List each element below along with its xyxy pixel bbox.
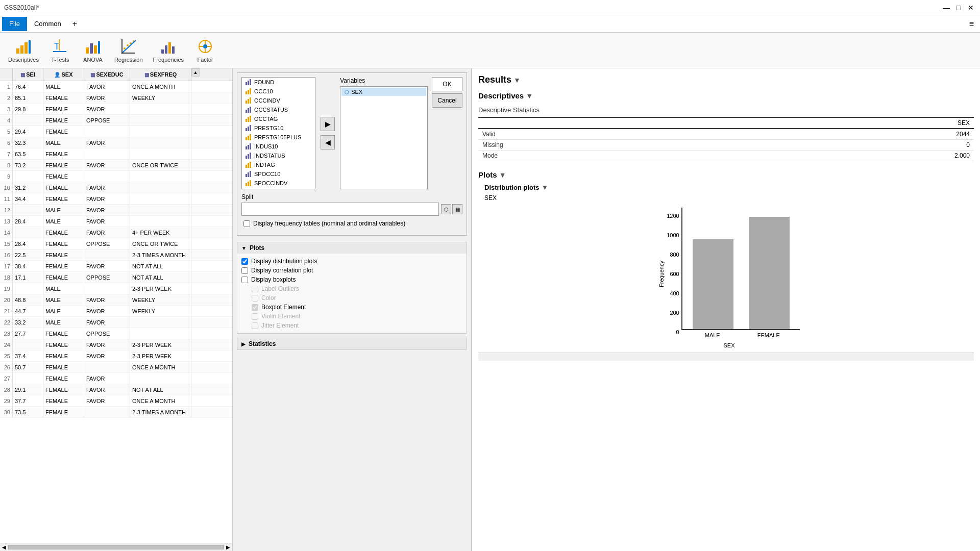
file-menu[interactable]: File: [2, 17, 27, 31]
row-num: 1: [0, 81, 13, 92]
x-labels: MALEFEMALE: [681, 330, 800, 340]
col-header-sei[interactable]: ▦ SEI: [13, 68, 43, 81]
common-menu[interactable]: Common: [28, 17, 67, 31]
violin-element-checkbox[interactable]: [252, 313, 258, 320]
svg-rect-53: [246, 156, 247, 159]
jitter-element-label: Jitter Element: [261, 322, 299, 329]
row-sexeduc: FAVOR: [84, 261, 130, 271]
freq-table-label[interactable]: Display frequency tables (nominal and or…: [253, 220, 405, 227]
var-list-item[interactable]: OCCINDV: [242, 96, 315, 105]
var-list-item[interactable]: SPOCC10: [242, 169, 315, 179]
var-list-item[interactable]: INDUS10: [242, 142, 315, 151]
table-scroll-up[interactable]: ▲: [191, 68, 200, 77]
frequencies-button[interactable]: Frequencies: [149, 35, 188, 66]
var-list-item[interactable]: PRESTG10: [242, 123, 315, 133]
svg-rect-20: [165, 45, 167, 54]
label-outliers-checkbox[interactable]: [252, 286, 258, 292]
scroll-left[interactable]: ◀: [0, 544, 6, 550]
titlebar: GSS2010all* — □ ✕: [0, 0, 980, 15]
add-tab-button[interactable]: +: [68, 17, 81, 31]
stats-arrow-icon: ▶: [241, 341, 246, 347]
row-sex: MALE: [43, 294, 84, 305]
row-num: 22: [0, 317, 13, 328]
split-input[interactable]: [241, 203, 439, 216]
factor-button[interactable]: Factor: [190, 35, 220, 66]
svg-rect-17: [121, 39, 122, 53]
boxplot-element-checkbox[interactable]: [252, 304, 258, 311]
descriptives-button[interactable]: Descriptives: [4, 35, 43, 66]
stat-label: Mode: [478, 151, 752, 161]
var-name: OCCTAG: [254, 116, 278, 122]
row-sexeduc: FAVOR: [84, 193, 130, 204]
move-left-button[interactable]: ◀: [321, 135, 335, 149]
ok-button[interactable]: OK: [432, 77, 462, 91]
scroll-right[interactable]: ▶: [226, 544, 232, 550]
table-row: 21 44.7 MALE FAVOR WEEKLY: [0, 306, 232, 317]
svg-rect-0: [16, 48, 19, 54]
row-sex: FEMALE: [43, 104, 84, 114]
statistics-panel-header[interactable]: ▶ Statistics: [237, 338, 467, 349]
table-row: 13 28.4 MALE FAVOR: [0, 216, 232, 227]
dist-plots-label[interactable]: Display distribution plots: [251, 258, 317, 265]
row-num: 18: [0, 272, 13, 283]
var-name: INDSTATUS: [254, 153, 285, 159]
move-right-button[interactable]: ▶: [321, 117, 335, 131]
table-row: 5 29.4 FEMALE: [0, 126, 232, 137]
var-list-item[interactable]: OCCSTATUS: [242, 105, 315, 114]
svg-rect-54: [248, 154, 249, 159]
table-row: 14 FEMALE FAVOR 4+ PER WEEK: [0, 227, 232, 238]
row-sexfreq: [130, 171, 191, 182]
results-bottom-scrollbar[interactable]: [478, 353, 974, 361]
var-list-item[interactable]: OCC10: [242, 87, 315, 96]
col-header-sexeduc[interactable]: ▦ SEXEDUC: [84, 68, 130, 81]
split-input-row: ⬡ ▦: [241, 203, 462, 216]
h-scroll-thumb[interactable]: [8, 545, 224, 549]
selected-variable-item[interactable]: ⬡ SEX: [341, 88, 426, 96]
var-list-item[interactable]: SPOCCINDV: [242, 179, 315, 188]
row-sexfreq: WEEKLY: [130, 294, 191, 305]
cancel-button[interactable]: Cancel: [432, 93, 462, 108]
row-sex: FEMALE: [43, 148, 84, 159]
close-button[interactable]: ✕: [966, 3, 976, 13]
regression-button[interactable]: Regression: [110, 35, 147, 66]
split-icon-btn-1[interactable]: ⬡: [441, 204, 451, 214]
row-sexeduc: [84, 407, 130, 417]
var-list-item[interactable]: PRESTG105PLUS: [242, 133, 315, 142]
freq-table-checkbox[interactable]: [243, 220, 250, 227]
sexfreq-col-label: SEXFREQ: [150, 71, 177, 78]
boxplot-label[interactable]: Display boxplots: [251, 276, 296, 283]
maximize-button[interactable]: □: [953, 3, 964, 13]
var-list-item[interactable]: FOUND: [242, 78, 315, 87]
table-h-scrollbar[interactable]: ◀ ▶: [0, 543, 232, 551]
row-sex: FEMALE: [43, 115, 84, 126]
corr-plot-label[interactable]: Display correlation plot: [251, 267, 313, 274]
col-header-sexfreq[interactable]: ▦ SEXFREQ: [130, 68, 191, 81]
corr-plot-checkbox[interactable]: [241, 267, 248, 274]
row-sexfreq: WEEKLY: [130, 306, 191, 316]
var-list-item[interactable]: INDTAG: [242, 160, 315, 169]
plots-panel-header[interactable]: ▼ Plots: [237, 242, 467, 254]
row-sexeduc: OPPOSE: [84, 115, 130, 126]
var-list-item[interactable]: INDSTATUS: [242, 151, 315, 160]
split-icon-btn-2[interactable]: ▦: [452, 204, 462, 214]
color-checkbox[interactable]: [252, 295, 258, 302]
var-list-item[interactable]: OCCTAG: [242, 114, 315, 123]
dist-plots-checkbox[interactable]: [241, 258, 248, 265]
ttests-button[interactable]: T T-Tests: [45, 35, 76, 66]
row-num: 13: [0, 216, 13, 227]
anova-button[interactable]: ANOVA: [78, 35, 108, 66]
jitter-element-checkbox[interactable]: [252, 322, 258, 329]
row-sei: [13, 115, 43, 126]
boxplot-checkbox[interactable]: [241, 277, 248, 283]
minimize-button[interactable]: —: [941, 3, 951, 13]
var-list-item[interactable]: SPOCCSTATUS: [242, 188, 315, 189]
sex-col-label: SEX: [61, 71, 72, 78]
plots-arrow-icon: ▼: [241, 245, 247, 251]
var-type-icon: [245, 106, 252, 113]
table-scroll[interactable]: 1 76.4 MALE FAVOR ONCE A MONTH 2 85.1 FE…: [0, 81, 232, 543]
col-header-sex[interactable]: 👤 SEX: [43, 68, 84, 81]
hamburger-menu[interactable]: ≡: [965, 17, 978, 31]
row-sex: FEMALE: [43, 272, 84, 283]
row-sei: 22.5: [13, 249, 43, 260]
variable-list-scroll[interactable]: FOUND OCC10 OCCINDV OCCSTATUS OCCTAG: [242, 78, 315, 189]
